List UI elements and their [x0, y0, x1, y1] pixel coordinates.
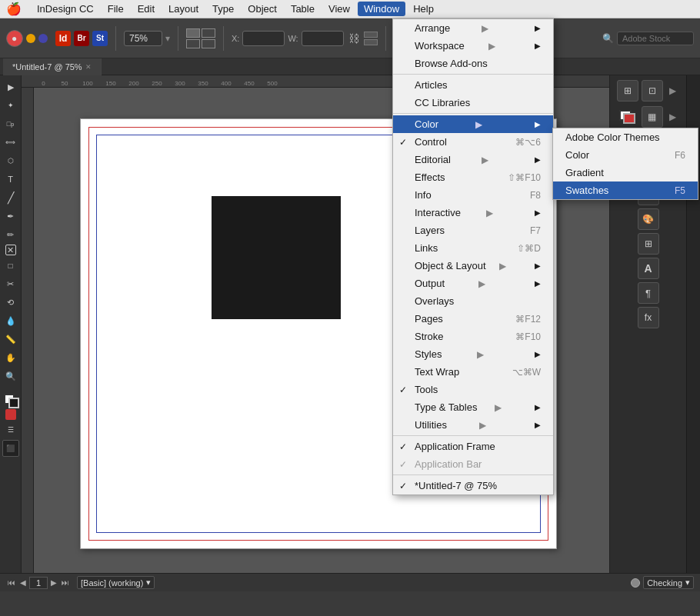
- fx-icon-btn[interactable]: fx: [638, 307, 659, 328]
- free-transform-tool[interactable]: ⟲: [2, 294, 19, 311]
- menu-window[interactable]: Window: [358, 2, 405, 16]
- menu-item-layers[interactable]: Layers F7: [393, 221, 553, 239]
- text-icon-btn[interactable]: A: [638, 258, 659, 279]
- pencil-tool[interactable]: ✏: [2, 226, 19, 243]
- menu-item-untitled[interactable]: *Untitled-7 @ 75%: [393, 477, 553, 494]
- panel-btn-align[interactable]: ⊡: [642, 80, 663, 102]
- align-btn2[interactable]: [364, 39, 378, 45]
- submenu-adobe-color[interactable]: Adobe Color Themes: [553, 128, 698, 146]
- panel-expand-btn2[interactable]: ▶: [666, 106, 680, 128]
- content-tool[interactable]: ⬡: [2, 152, 19, 169]
- apple-icon[interactable]: 🍎: [6, 2, 22, 16]
- page-number-input[interactable]: [29, 577, 48, 589]
- pen-tool[interactable]: ✒: [2, 208, 19, 225]
- submenu-color[interactable]: Color F6: [553, 146, 698, 164]
- toolbar-icon3[interactable]: [38, 34, 48, 43]
- menu-item-styles[interactable]: Styles ▶: [393, 345, 553, 363]
- menu-object[interactable]: Object: [242, 2, 283, 16]
- w-input[interactable]: [302, 31, 344, 46]
- rect-tool[interactable]: □: [2, 257, 19, 274]
- menu-item-links[interactable]: Links ⇧⌘D: [393, 239, 553, 257]
- apply-color-btn[interactable]: [5, 409, 16, 420]
- next-page-btn[interactable]: ▶: [49, 578, 58, 587]
- paragraph-icon-btn[interactable]: ¶: [638, 282, 659, 304]
- zoom-input[interactable]: [124, 31, 162, 46]
- stock-icon[interactable]: St: [92, 31, 108, 46]
- panel-btn-transform[interactable]: ⊞: [617, 80, 638, 102]
- menu-layout[interactable]: Layout: [162, 2, 205, 16]
- menu-item-articles[interactable]: Articles: [393, 76, 553, 94]
- panel-expand-btn[interactable]: ▶: [666, 80, 680, 102]
- fill-stroke-indicator[interactable]: [2, 394, 19, 408]
- toolbar-icon2[interactable]: [26, 34, 35, 43]
- menu-item-type-tables[interactable]: Type & Tables ▶: [393, 398, 553, 416]
- grid-icon-btn[interactable]: ⊞: [638, 233, 659, 255]
- prev-page-btn[interactable]: ◀: [18, 578, 28, 587]
- gap-tool[interactable]: ⟺: [2, 134, 19, 151]
- frame-btn2[interactable]: [202, 28, 215, 38]
- profile-dropdown[interactable]: [Basic] (working) ▾: [77, 576, 155, 589]
- menu-item-cc-libraries[interactable]: CC Libraries: [393, 94, 553, 112]
- ruler-num-400: 400: [215, 80, 238, 87]
- align-btn1[interactable]: [364, 32, 378, 38]
- frame-btn3[interactable]: [186, 39, 200, 48]
- line-tool[interactable]: ╱: [2, 189, 19, 206]
- menu-item-control[interactable]: Control ⌘⌥6: [393, 133, 553, 151]
- frame-btn1[interactable]: [186, 28, 200, 38]
- frame-btn4[interactable]: [202, 39, 215, 48]
- scissors-tool[interactable]: ✂: [2, 275, 19, 292]
- menu-item-pages[interactable]: Pages ⌘F12: [393, 310, 553, 328]
- panel-btn-fill[interactable]: [617, 106, 638, 128]
- menu-item-text-wrap[interactable]: Text Wrap ⌥⌘W: [393, 363, 553, 381]
- menu-item-output[interactable]: Output ▶: [393, 275, 553, 292]
- menu-table[interactable]: Table: [285, 2, 321, 16]
- menu-item-arrange[interactable]: Arrange ▶: [393, 19, 553, 37]
- checking-dropdown[interactable]: Checking ▾: [643, 576, 694, 589]
- zoom-tool[interactable]: 🔍: [2, 368, 19, 385]
- last-page-btn[interactable]: ⏭: [60, 578, 71, 587]
- tab-close-icon[interactable]: ✕: [85, 63, 92, 71]
- measure-tool[interactable]: 📏: [2, 331, 19, 348]
- toolbar-icon1[interactable]: ●: [6, 30, 23, 47]
- direct-select-tool[interactable]: ✦: [2, 97, 19, 114]
- menu-item-color[interactable]: Color ▶: [393, 115, 553, 133]
- document-tab[interactable]: *Untitled-7 @ 75% ✕: [3, 58, 102, 75]
- menu-item-app-frame[interactable]: Application Frame: [393, 438, 553, 455]
- rect-frame-tool[interactable]: ✕: [5, 245, 16, 255]
- menu-item-editorial[interactable]: Editorial ▶: [393, 151, 553, 168]
- selection-tool[interactable]: ▶: [2, 78, 19, 95]
- constrain-icon[interactable]: ⛓: [347, 32, 361, 45]
- color-wheel-btn[interactable]: 🎨: [638, 208, 659, 230]
- eyedropper-tool[interactable]: 💧: [2, 312, 19, 329]
- menu-type[interactable]: Type: [206, 2, 240, 16]
- panel-btn-gradient[interactable]: ▦: [642, 106, 663, 128]
- type-tool[interactable]: T: [2, 171, 19, 188]
- first-page-btn[interactable]: ⏮: [6, 578, 17, 587]
- screen-mode-btn[interactable]: ⬛: [2, 440, 19, 457]
- menu-item-info[interactable]: Info F8: [393, 186, 553, 204]
- menu-item-object-layout[interactable]: Object & Layout ▶: [393, 257, 553, 275]
- menu-item-effects[interactable]: Effects ⇧⌘F10: [393, 168, 553, 186]
- x-input[interactable]: [242, 31, 285, 46]
- submenu-gradient[interactable]: Gradient: [553, 164, 698, 181]
- hand-tool[interactable]: ✋: [2, 349, 19, 366]
- menu-view[interactable]: View: [322, 2, 356, 16]
- canvas-rect[interactable]: [212, 196, 341, 319]
- zoom-dropdown-icon[interactable]: ▾: [165, 33, 170, 44]
- page-tool[interactable]: □p: [2, 115, 19, 132]
- menu-item-utilities[interactable]: Utilities ▶: [393, 416, 553, 434]
- search-input[interactable]: [617, 32, 694, 45]
- menu-edit[interactable]: Edit: [132, 2, 161, 16]
- menu-item-overlays[interactable]: Overlays: [393, 292, 553, 310]
- menu-indesign[interactable]: InDesign CC: [31, 2, 100, 16]
- menu-item-workspace[interactable]: Workspace ▶: [393, 37, 553, 55]
- submenu-swatches[interactable]: Swatches F5: [553, 181, 698, 199]
- menu-item-tools[interactable]: Tools: [393, 381, 553, 398]
- menu-file[interactable]: File: [102, 2, 130, 16]
- menu-item-browse[interactable]: Browse Add-ons: [393, 55, 553, 72]
- view-mode-btn[interactable]: ☰: [2, 421, 19, 438]
- menu-item-interactive[interactable]: Interactive ▶: [393, 204, 553, 221]
- bridge-icon[interactable]: Br: [74, 31, 89, 46]
- menu-help[interactable]: Help: [407, 2, 440, 16]
- menu-item-stroke[interactable]: Stroke ⌘F10: [393, 328, 553, 345]
